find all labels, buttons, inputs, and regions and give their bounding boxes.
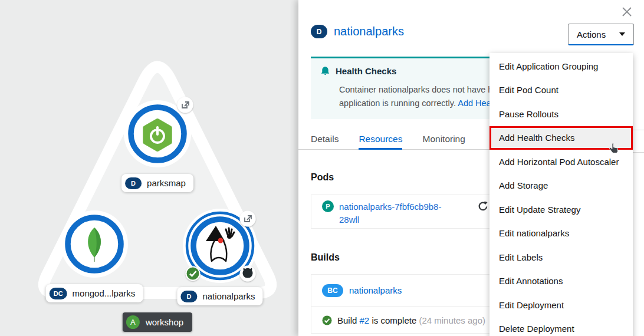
resource-kind-badge: DC: [50, 288, 67, 299]
pod-kind-badge: P: [322, 200, 334, 212]
menu-item-delete-deployment[interactable]: Delete Deployment: [489, 317, 633, 336]
sync-icon: [477, 201, 488, 212]
application-name: workshop: [146, 317, 183, 327]
node-parksmap[interactable]: [131, 107, 184, 160]
resource-side-panel: D nationalparks Actions Health Checks Co…: [298, 0, 644, 336]
pointer-cursor-icon: [607, 141, 620, 156]
menu-item-edit-nationalparks[interactable]: Edit nationalparks: [489, 222, 633, 246]
node-name: mongod...lparks: [73, 288, 136, 298]
node-label-mongodb[interactable]: DC mongod...lparks: [46, 284, 143, 302]
builds-heading: Builds: [311, 252, 340, 263]
build-config-kind-badge: BC: [322, 284, 343, 297]
tab-resources[interactable]: Resources: [359, 132, 402, 150]
build-config-link[interactable]: nationalparks: [349, 285, 402, 295]
resource-kind-badge: D: [125, 177, 142, 189]
bell-icon: [320, 66, 330, 76]
build-status-text: Build #2 is complete (24 minutes ago): [337, 315, 485, 325]
spring-boot-icon: [145, 121, 170, 150]
tab-monitoring[interactable]: Monitoring: [422, 132, 465, 150]
menu-item-edit-pod-count[interactable]: Edit Pod Count: [489, 78, 633, 103]
menu-item-add-storage[interactable]: Add Storage: [489, 174, 633, 198]
openshift-topology-screen: D parksmap DC mongod...lparks D national…: [0, 0, 644, 336]
check-circle-icon: [322, 315, 332, 325]
node-name: nationalparks: [202, 291, 255, 301]
close-panel-button[interactable]: [619, 4, 635, 19]
github-icon: [243, 268, 253, 278]
actions-button-label: Actions: [577, 29, 606, 39]
parksmap-external-link-decorator[interactable]: [178, 97, 193, 113]
panel-tabs: Details Resources Monitoring: [298, 132, 489, 150]
node-mongodb[interactable]: [68, 218, 121, 271]
topology-graph: [0, 0, 298, 336]
source-code-decorator[interactable]: [240, 266, 256, 282]
add-health-checks-link[interactable]: Add Hea: [458, 98, 491, 108]
divider: [633, 130, 644, 130]
application-badge: A: [126, 315, 140, 329]
actions-dropdown-menu: Edit Application Grouping Edit Pod Count…: [489, 53, 633, 336]
tab-details[interactable]: Details: [311, 132, 339, 150]
resource-kind-badge: D: [180, 291, 197, 302]
panel-title-link[interactable]: nationalparks: [334, 25, 404, 38]
pods-heading: Pods: [311, 172, 334, 183]
actions-dropdown-button[interactable]: Actions: [568, 24, 634, 45]
divider: [633, 152, 644, 153]
alert-title: Health Checks: [336, 66, 396, 76]
application-group-label[interactable]: A workshop: [123, 312, 192, 332]
node-name: parksmap: [147, 178, 186, 188]
menu-item-edit-labels[interactable]: Edit Labels: [489, 245, 633, 269]
node-label-nationalparks[interactable]: D nationalparks: [177, 287, 262, 305]
build-number-link[interactable]: #2: [360, 315, 370, 325]
menu-item-edit-update-strategy[interactable]: Edit Update Strategy: [489, 197, 633, 222]
build-success-decorator[interactable]: [186, 267, 200, 281]
menu-item-edit-annotations[interactable]: Edit Annotations: [489, 269, 633, 294]
menu-item-edit-application-grouping[interactable]: Edit Application Grouping: [489, 54, 633, 78]
pod-link[interactable]: nationalparks-7fbf6cb9b8-28wll: [339, 200, 455, 226]
close-icon: [622, 6, 632, 17]
build-timestamp: (24 minutes ago): [419, 315, 485, 325]
node-label-parksmap[interactable]: D parksmap: [121, 174, 193, 192]
caret-down-icon: [619, 32, 625, 36]
nationalparks-external-link-decorator[interactable]: [240, 211, 256, 227]
resource-kind-badge: D: [311, 25, 327, 38]
menu-item-edit-deployment[interactable]: Edit Deployment: [489, 293, 633, 317]
menu-item-pause-rollouts[interactable]: Pause Rollouts: [489, 102, 633, 126]
topology-canvas[interactable]: D parksmap DC mongod...lparks D national…: [0, 0, 298, 336]
panel-header: D nationalparks: [311, 25, 404, 38]
